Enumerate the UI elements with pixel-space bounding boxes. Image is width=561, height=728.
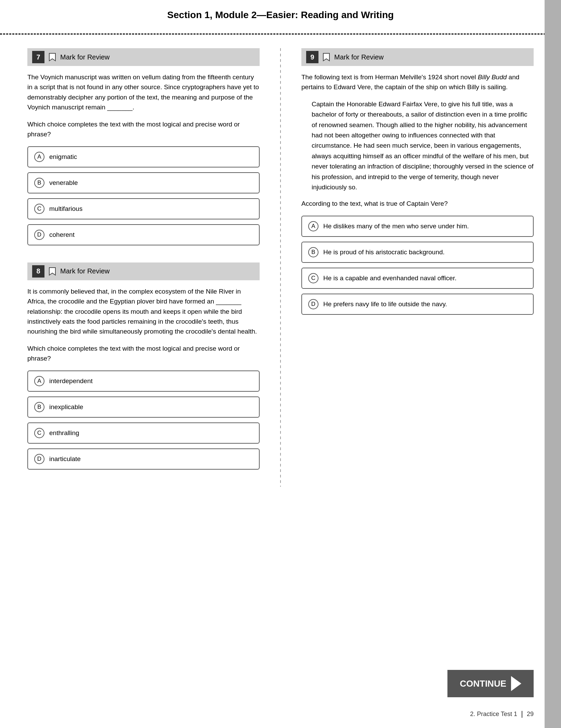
question-7-section: 7 Mark for Review The Voynich manuscript…	[27, 48, 260, 245]
choice-a-text: enigmatic	[49, 152, 77, 162]
bookmark-icon-8	[49, 267, 56, 276]
question-8-choice-b[interactable]: B inexplicable	[27, 396, 260, 418]
header-section: Section 1, Module 2—Easier: Reading and …	[0, 0, 561, 35]
question-9-passage-quote: Captain the Honorable Edward Fairfax Ver…	[312, 99, 534, 193]
question-9-intro-text: The following text is from Herman Melvil…	[301, 73, 478, 81]
page-footer: 2. Practice Test 1 29	[470, 711, 534, 718]
q9-choice-a-text: He dislikes many of the men who serve un…	[323, 221, 469, 231]
right-sidebar	[545, 0, 561, 728]
q9-choice-b-text: He is proud of his aristocratic backgrou…	[323, 247, 445, 257]
footer-page-number: 29	[527, 711, 534, 717]
question-9-prompt: According to the text, what is true of C…	[301, 199, 534, 208]
q8-choice-a-text: interdependent	[49, 376, 93, 386]
left-column: 7 Mark for Review The Voynich manuscript…	[27, 48, 260, 487]
q8-choice-d-text: inarticulate	[49, 454, 81, 464]
choice-c-text: multifarious	[49, 204, 82, 214]
question-9-book-title: Billy Budd	[478, 73, 507, 81]
q8-choice-d-letter: D	[34, 454, 44, 464]
question-7-prompt: Which choice completes the text with the…	[27, 119, 260, 139]
question-7-choice-a[interactable]: A enigmatic	[27, 146, 260, 167]
content-area: 7 Mark for Review The Voynich manuscript…	[0, 35, 561, 500]
question-8-choice-a[interactable]: A interdependent	[27, 370, 260, 392]
question-7-number: 7	[32, 51, 44, 63]
q8-choice-a-letter: A	[34, 376, 44, 386]
question-9-choice-c[interactable]: C He is a capable and evenhanded naval o…	[301, 268, 534, 289]
question-7-mark-review: Mark for Review	[60, 53, 109, 61]
q9-choice-d-text: He prefers navy life to life outside the…	[323, 299, 447, 309]
footer-divider	[522, 711, 522, 718]
choice-d-text: coherent	[49, 230, 75, 240]
continue-button[interactable]: CONTINUE	[447, 670, 534, 697]
question-9-number: 9	[306, 51, 318, 63]
continue-arrow-icon	[511, 676, 521, 691]
q9-choice-a-letter: A	[308, 221, 318, 231]
q8-choice-c-text: enthralling	[49, 428, 79, 438]
bookmark-icon-9	[323, 53, 330, 62]
choice-c-letter: C	[34, 204, 44, 214]
question-8-passage: It is commonly believed that, in the com…	[27, 286, 260, 337]
question-8-header: 8 Mark for Review	[27, 262, 260, 280]
question-7-choice-c[interactable]: C multifarious	[27, 198, 260, 219]
question-9-choice-b[interactable]: B He is proud of his aristocratic backgr…	[301, 242, 534, 263]
choice-b-letter: B	[34, 178, 44, 188]
q9-choice-c-text: He is a capable and evenhanded naval off…	[323, 273, 456, 283]
question-9-mark-review: Mark for Review	[334, 53, 383, 61]
question-9-intro: The following text is from Herman Melvil…	[301, 72, 534, 92]
page-title: Section 1, Module 2—Easier: Reading and …	[27, 10, 534, 21]
question-9-section: 9 Mark for Review The following text is …	[301, 48, 534, 315]
question-9-header: 9 Mark for Review	[301, 48, 534, 66]
choice-d-letter: D	[34, 230, 44, 240]
continue-label: CONTINUE	[460, 678, 506, 689]
page-container: Section 1, Module 2—Easier: Reading and …	[0, 0, 561, 728]
question-9-choice-d[interactable]: D He prefers navy life to life outside t…	[301, 294, 534, 315]
bookmark-icon	[49, 53, 56, 62]
question-8-number: 8	[32, 265, 44, 278]
choice-a-letter: A	[34, 152, 44, 162]
question-7-header: 7 Mark for Review	[27, 48, 260, 66]
question-7-passage: The Voynich manuscript was written on ve…	[27, 72, 260, 112]
question-8-mark-review: Mark for Review	[60, 267, 109, 275]
question-8-choice-c[interactable]: C enthralling	[27, 422, 260, 444]
q8-choice-b-text: inexplicable	[49, 402, 83, 412]
right-column: 9 Mark for Review The following text is …	[301, 48, 534, 487]
question-9-choice-a[interactable]: A He dislikes many of the men who serve …	[301, 216, 534, 237]
q8-choice-c-letter: C	[34, 428, 44, 438]
column-divider	[280, 48, 281, 487]
question-8-prompt: Which choice completes the text with the…	[27, 343, 260, 364]
choice-b-text: venerable	[49, 178, 78, 188]
question-8-section: 8 Mark for Review It is commonly believe…	[27, 262, 260, 470]
question-7-choice-b[interactable]: B venerable	[27, 172, 260, 193]
q9-choice-c-letter: C	[308, 273, 318, 283]
q9-choice-d-letter: D	[308, 299, 318, 309]
q9-choice-b-letter: B	[308, 247, 318, 257]
question-8-choice-d[interactable]: D inarticulate	[27, 448, 260, 470]
q8-choice-b-letter: B	[34, 402, 44, 412]
question-7-choice-d[interactable]: D coherent	[27, 224, 260, 245]
footer-label: 2. Practice Test 1	[470, 711, 517, 717]
continue-area: CONTINUE	[447, 670, 534, 697]
